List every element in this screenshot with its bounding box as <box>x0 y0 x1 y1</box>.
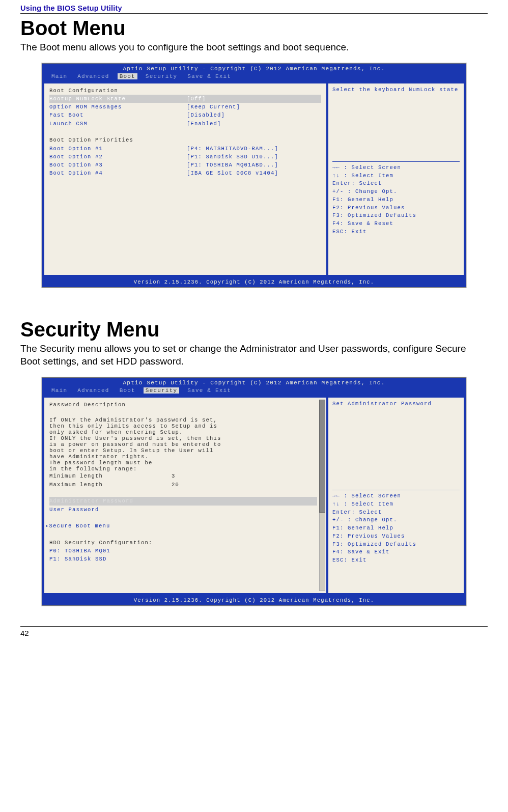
help-f2: F2: Previous Values <box>332 533 460 541</box>
page-number: 42 <box>20 626 488 637</box>
help-f2: F2: Previous Values <box>332 204 460 212</box>
boot-priorities-heading: Boot Option Priorities <box>49 136 321 144</box>
tab-save-exit-2[interactable]: Save & Exit <box>185 387 233 394</box>
hdd-p1[interactable]: P1: SanDisk SSD <box>49 555 317 563</box>
tab-main[interactable]: Main <box>49 73 69 79</box>
help-f1: F1: General Help <box>332 196 460 204</box>
pw-desc-line: is a power on password and must be enter… <box>49 441 317 447</box>
section-title-security: Security Menu <box>20 318 488 341</box>
bios-footer: Version 2.15.1236. Copyright (C) 2012 Am… <box>42 277 466 287</box>
bios-help-panel-2: Set Administrator Password →← : Select S… <box>327 396 466 595</box>
help-enter: Enter: Select <box>332 180 460 188</box>
pw-desc-line: If ONLY the User's password is set, then… <box>49 435 317 441</box>
fast-boot-row[interactable]: Fast Boot[Disabled] <box>49 111 321 119</box>
boot-opt-2[interactable]: Boot Option #2[P1: SanDisk SSD U10...] <box>49 153 321 161</box>
help-description: Select the keyboard NumLock state <box>332 87 460 93</box>
tab-save-exit[interactable]: Save & Exit <box>185 73 233 79</box>
section-intro-security: The Security menu allows you to set or c… <box>20 342 488 368</box>
help-description-2: Set Administrator Password <box>332 401 460 407</box>
pw-desc-line: have Administrator rights. <box>49 454 317 460</box>
section-intro-boot: The Boot menu allows you to configure th… <box>20 41 488 54</box>
secure-boot-menu-row[interactable]: ▸Secure Boot menu <box>49 522 317 530</box>
tab-security[interactable]: Security <box>144 73 179 79</box>
bootup-numlock-row[interactable]: Bootup NumLock State[Off] <box>49 95 321 103</box>
help-f1: F1: General Help <box>332 524 460 533</box>
user-password-row[interactable]: User Password <box>49 506 317 514</box>
bios-footer-2: Version 2.15.1236. Copyright (C) 2012 Am… <box>42 595 466 605</box>
pw-desc-line: If ONLY the Administrator's password is … <box>49 417 317 423</box>
help-arrows-ud: ↑↓ : Select Item <box>332 172 460 180</box>
tab-boot-2[interactable]: Boot <box>118 387 137 394</box>
help-f3: F3: Optimized Defaults <box>332 541 460 549</box>
bios-title: Aptio Setup Utility - Copyright (C) 2012… <box>42 64 466 72</box>
bios-left-panel: Boot Configuration Bootup NumLock State[… <box>42 81 327 277</box>
boot-opt-4[interactable]: Boot Option #4[IBA GE Slot 00C8 v1404] <box>49 169 321 177</box>
help-arrows-ud: ↑↓ : Select Item <box>332 500 460 509</box>
help-f4: F4: Save & Exit <box>332 548 460 556</box>
bios-security-screenshot: Aptio Setup Utility - Copyright (C) 2012… <box>42 377 466 606</box>
max-length-row: Maximum length20 <box>49 481 317 489</box>
tab-security-2[interactable]: Security <box>144 387 179 394</box>
tab-main-2[interactable]: Main <box>49 387 69 394</box>
bios-left-panel-2: Password Description If ONLY the Adminis… <box>42 396 327 595</box>
help-esc: ESC: Exit <box>332 556 460 565</box>
pw-desc-line: in the following range: <box>49 466 317 472</box>
tab-boot[interactable]: Boot <box>118 73 137 79</box>
hdd-config-heading: HDD Security Configuration: <box>49 539 317 547</box>
help-arrows-lr: →← : Select Screen <box>332 492 460 500</box>
tab-advanced-2[interactable]: Advanced <box>75 387 111 394</box>
boot-opt-1[interactable]: Boot Option #1[P4: MATSHITADVD-RAM...] <box>49 145 321 153</box>
pw-desc-line: then this only limits access to Setup an… <box>49 423 317 429</box>
bios-tabs: Main Advanced Boot Security Save & Exit <box>42 72 466 81</box>
option-rom-row[interactable]: Option ROM Messages[Keep Current] <box>49 103 321 111</box>
bios-tabs-2: Main Advanced Boot Security Save & Exit <box>42 386 466 396</box>
section-title-boot: Boot Menu <box>20 17 488 40</box>
pw-desc-line: The password length must be <box>49 460 317 466</box>
help-pm: +/- : Change Opt. <box>332 516 460 524</box>
bios-boot-screenshot: Aptio Setup Utility - Copyright (C) 2012… <box>42 63 466 288</box>
pw-desc-line: boot or enter Setup. In Setup the User w… <box>49 447 317 454</box>
help-pm: +/- : Change Opt. <box>332 188 460 196</box>
pw-desc-heading: Password Description <box>49 401 317 409</box>
scrollbar-thumb[interactable] <box>319 400 325 513</box>
launch-csm-row[interactable]: Launch CSM[Enabled] <box>49 120 321 128</box>
bios-help-panel: Select the keyboard NumLock state →← : S… <box>327 81 466 277</box>
bios-title-2: Aptio Setup Utility - Copyright (C) 2012… <box>42 378 466 386</box>
boot-opt-3[interactable]: Boot Option #3[P1: TOSHIBA MQ01ABD...] <box>49 161 321 169</box>
admin-password-row[interactable]: Administrator Password <box>49 497 317 505</box>
tab-advanced[interactable]: Advanced <box>75 73 111 79</box>
help-esc: ESC: Exit <box>332 228 460 236</box>
help-arrows-lr: →← : Select Screen <box>332 164 460 172</box>
page-header: Using the BIOS Setup Utility <box>20 4 488 14</box>
help-enter: Enter: Select <box>332 509 460 517</box>
min-length-row: Minimum length3 <box>49 472 317 480</box>
help-f4: F4: Save & Reset <box>332 220 460 228</box>
help-f3: F3: Optimized Defaults <box>332 212 460 220</box>
boot-config-heading: Boot Configuration <box>49 87 321 95</box>
pw-desc-line: only asked for when entering Setup. <box>49 429 317 435</box>
hdd-p0[interactable]: P0: TOSHIBA MQ01 <box>49 547 317 555</box>
